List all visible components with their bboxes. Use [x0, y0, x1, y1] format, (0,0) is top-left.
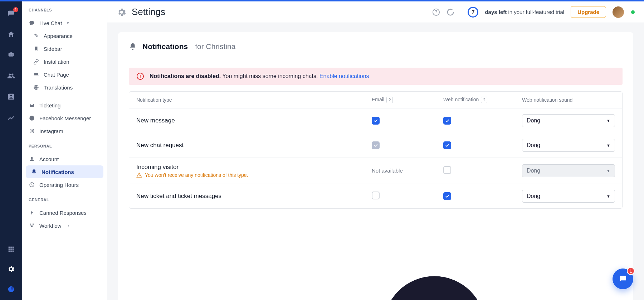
pencil-icon: ✎: [33, 33, 39, 39]
not-available-text: Not available: [372, 168, 403, 174]
table-row: New messageDong▼: [129, 108, 622, 133]
rail-inbox-icon[interactable]: 1: [6, 9, 16, 19]
sidebar-item-label: Notifications: [42, 169, 74, 175]
notification-type: Incoming visitor: [136, 164, 372, 171]
rail-logo-icon[interactable]: [6, 284, 16, 294]
warning-text: You won't receive any notifications of t…: [136, 172, 372, 178]
sidebar-item-installation[interactable]: Installation: [22, 55, 107, 68]
table-row: Incoming visitorYou won't receive any no…: [129, 158, 622, 184]
web-checkbox[interactable]: [443, 166, 451, 174]
rail-apps-icon[interactable]: [6, 244, 16, 254]
sidebar-item-ticketing[interactable]: Ticketing: [22, 99, 107, 112]
sidebar-item-label: Facebook Messenger: [39, 115, 91, 121]
sidebar-item-label: Canned Responses: [39, 210, 87, 216]
sound-select[interactable]: Dong▼: [522, 190, 615, 203]
rail-inbox-badge: 1: [13, 7, 18, 12]
rail-bot-icon[interactable]: [6, 50, 16, 60]
rail-settings-icon[interactable]: [6, 264, 16, 274]
presence-indicator: [631, 10, 635, 14]
notification-type: New ticket and ticket messages: [136, 193, 372, 200]
user-avatar[interactable]: [613, 6, 624, 18]
icon-rail: 1: [0, 1, 22, 300]
sidebar-section-general: GENERAL: [22, 191, 107, 206]
sidebar-item-label: Sidebar: [44, 46, 62, 52]
clock-icon: [29, 182, 35, 188]
help-icon[interactable]: [432, 8, 440, 16]
alert-bold: Notifications are disabled.: [150, 73, 221, 79]
rail-home-icon[interactable]: [6, 29, 16, 39]
sidebar-item-workflow[interactable]: Workflow›: [22, 219, 107, 232]
col-web: Web notification?: [443, 97, 522, 103]
rail-people-icon[interactable]: [6, 71, 16, 81]
notifications-disabled-alert: ! Notifications are disabled. You might …: [129, 68, 623, 85]
svg-point-13: [384, 276, 486, 300]
bookmark-icon: [33, 45, 39, 52]
sidebar-item-notifications[interactable]: Notifications: [26, 165, 103, 178]
sidebar-item-label: Instagram: [39, 128, 63, 134]
page-header: Settings 7 days left in your full-featur…: [107, 1, 644, 23]
notifications-table: Notification type Email? Web notificatio…: [129, 91, 623, 209]
svg-point-7: [31, 157, 33, 159]
upgrade-button[interactable]: Upgrade: [571, 6, 606, 18]
svg-rect-9: [30, 224, 31, 225]
sound-select[interactable]: Dong▼: [522, 139, 615, 152]
table-row: New ticket and ticket messagesDong▼: [129, 184, 622, 208]
trial-text: days left in your full-featured trial: [485, 9, 564, 15]
warning-icon: !: [137, 73, 144, 80]
alert-text: You might miss some incoming chats.: [222, 73, 319, 79]
page-title: Settings: [132, 6, 165, 18]
sidebar-item-operating-hours[interactable]: Operating Hours: [22, 178, 107, 191]
chevron-right-icon: ›: [68, 223, 69, 228]
email-checkbox[interactable]: [372, 192, 380, 199]
sidebar-item-account[interactable]: Account: [22, 153, 107, 165]
chat-fab-badge: 1: [627, 267, 635, 275]
sound-select[interactable]: Dong▼: [522, 114, 615, 127]
link-icon: [33, 58, 39, 65]
sidebar-section-personal: PERSONAL: [22, 137, 107, 153]
settings-sidebar: CHANNELS Live Chat ▾ ✎Appearance Sidebar…: [22, 1, 107, 300]
sidebar-item-sidebar[interactable]: Sidebar: [22, 42, 107, 55]
svg-point-0: [8, 286, 14, 292]
sidebar-item-chat-page[interactable]: Chat Page: [22, 68, 107, 81]
rail-contacts-icon[interactable]: [6, 92, 16, 102]
sidebar-section-channels: CHANNELS: [22, 1, 107, 16]
sidebar-item-live-chat[interactable]: Live Chat ▾: [22, 16, 107, 29]
sidebar-item-label: Appearance: [44, 33, 73, 39]
web-checkbox[interactable]: [443, 192, 451, 200]
sidebar-item-translations[interactable]: Translations: [22, 81, 107, 94]
bell-icon: [31, 169, 37, 175]
sidebar-item-label: Ticketing: [39, 102, 60, 108]
web-checkbox[interactable]: [443, 141, 451, 149]
svg-rect-11: [31, 226, 33, 227]
bolt-icon: [29, 209, 35, 216]
sidebar-item-canned[interactable]: Canned Responses: [22, 206, 107, 219]
chevron-down-icon: ▾: [67, 21, 69, 25]
sidebar-item-instagram[interactable]: Instagram: [22, 125, 107, 137]
divider: [461, 7, 461, 17]
globe-icon: [33, 84, 39, 91]
mail-forward-icon: [129, 225, 536, 300]
col-sound: Web notification sound: [522, 97, 615, 103]
sidebar-item-label: Installation: [44, 59, 69, 65]
messenger-icon: [29, 115, 35, 121]
sidebar-item-label: Chat Page: [44, 72, 69, 78]
email-checkbox: [372, 141, 380, 149]
col-email: Email?: [372, 97, 443, 103]
web-checkbox[interactable]: [443, 117, 451, 125]
chat-fab[interactable]: 1: [613, 268, 633, 289]
svg-point-6: [33, 130, 33, 130]
help-icon[interactable]: ?: [386, 97, 393, 103]
refresh-icon[interactable]: [447, 8, 454, 16]
trial-days-badge: 7: [468, 7, 478, 18]
rail-analytics-icon[interactable]: [6, 112, 16, 122]
mail-icon: [29, 102, 35, 108]
chat-icon: [29, 20, 35, 26]
enable-notifications-link[interactable]: Enable notifications: [319, 73, 369, 79]
sidebar-item-facebook[interactable]: Facebook Messenger: [22, 112, 107, 125]
email-checkbox[interactable]: [372, 117, 380, 125]
notification-type: New message: [136, 117, 372, 124]
table-row: New chat requestDong▼: [129, 133, 622, 158]
help-icon[interactable]: ?: [481, 97, 487, 103]
sidebar-item-appearance[interactable]: ✎Appearance: [22, 29, 107, 42]
laptop-icon: [33, 71, 39, 78]
